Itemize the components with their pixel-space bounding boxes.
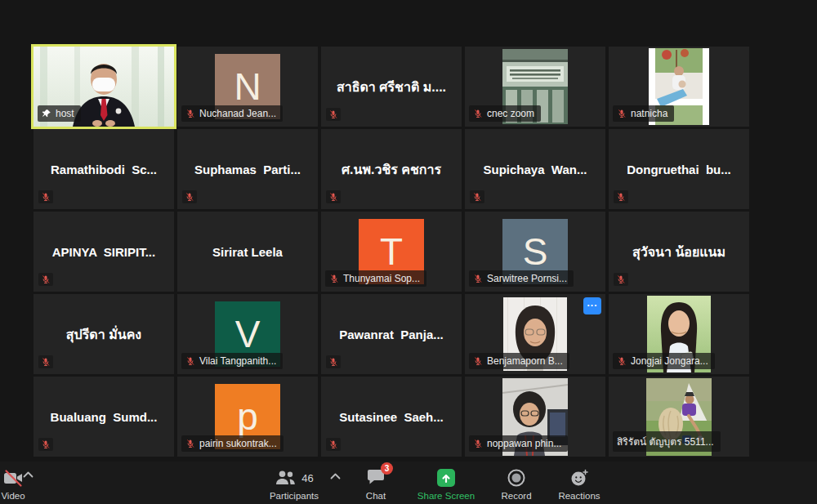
video-tile[interactable]: Supichaya Wan... [465,129,605,209]
video-tile[interactable]: N Nuchanad Jean... [177,47,318,127]
mute-indicator [614,190,628,203]
video-button-label: Video [1,491,25,502]
share-screen-button-label: Share Screen [417,491,475,502]
reactions-icon [569,468,589,488]
muted-mic-icon [329,274,339,283]
video-tile[interactable]: ... Benjamaporn B... [465,294,605,374]
video-tile[interactable]: สุปรีดา มั่นคง [33,294,174,374]
participant-nametag: cnec zoom [469,105,541,122]
participant-nametag: สิริรัตน์ ตัญบุตร 5511... [613,431,721,452]
participant-name: Suphamas Parti... [177,129,318,209]
participant-name: Dongruethai bu... [609,129,749,209]
chat-button[interactable]: 3 Chat [351,462,400,504]
participant-name: Sirirat Leela [177,212,318,292]
reactions-button[interactable]: Reactions [551,462,608,504]
reactions-button-label: Reactions [558,491,600,502]
muted-mic-icon [328,109,338,119]
participant-nametag: Jongjai Jongara... [613,353,715,369]
video-tile[interactable]: S Sarwitree Pornsi... [465,212,605,292]
chat-badge: 3 [381,462,393,475]
video-tile[interactable]: noppawan phin... [465,377,605,457]
gallery-grid: host N Nuchanad Jean... สาธิดา ศรีชาติ ม… [33,47,749,457]
avatar-letter: N [234,68,261,105]
participant-name: Vilai Tangpanith... [199,355,276,367]
participant-name: Nuchanad Jean... [199,108,276,119]
participant-nametag: Vilai Tangpanith... [181,353,283,369]
mute-indicator [326,108,341,121]
video-tile[interactable]: สาธิดา ศรีชาติ ม.... [321,47,462,127]
video-tile[interactable]: p pairin sukontrak... [177,377,318,457]
video-tile[interactable]: Jongjai Jongara... [609,294,749,374]
video-tile[interactable]: Suphamas Parti... [177,129,318,209]
muted-mic-icon [41,192,51,202]
muted-mic-icon [41,439,51,449]
video-options-chevron-up-icon[interactable] [23,471,33,478]
participant-name: ศ.นพ.วชิร คชการ [321,129,462,209]
video-tile[interactable]: T Thunyamai Sop... [321,212,462,292]
video-tile[interactable]: natnicha [609,47,749,127]
muted-mic-icon [41,357,51,367]
muted-mic-icon [328,357,338,367]
video-tile[interactable]: Pawanrat Panja... [321,294,462,374]
muted-mic-icon [616,274,626,284]
zoom-meeting-window: host N Nuchanad Jean... สาธิดา ศรีชาติ ม… [0,0,817,504]
video-tile[interactable]: cnec zoom [465,47,605,127]
video-tile[interactable]: สุวัจนา น้อยแนม [609,212,749,292]
muted-mic-icon [328,192,338,202]
muted-mic-icon [473,356,483,366]
video-tile[interactable]: Sirirat Leela [177,212,318,292]
avatar-letter: T [380,233,403,270]
participant-name: Sutasinee Saeh... [321,377,462,457]
record-button[interactable]: Record [492,462,541,504]
muted-mic-icon [473,109,483,118]
muted-mic-icon [616,192,626,202]
muted-mic-icon [185,109,195,118]
participants-chevron-up-icon[interactable] [330,473,341,479]
mute-indicator [182,190,197,203]
participant-nametag: Benjamaporn B... [469,353,569,369]
video-off-icon [2,468,24,488]
participants-button[interactable]: 46 Participants [245,462,343,504]
share-screen-button[interactable]: Share Screen [405,462,487,504]
video-button[interactable]: Video [0,462,38,504]
muted-mic-icon [41,274,51,284]
muted-mic-icon [617,356,627,366]
video-tile[interactable]: V Vilai Tangpanith... [177,294,318,374]
participants-count: 46 [301,472,313,484]
mute-indicator [38,355,53,368]
muted-mic-icon [328,439,338,449]
mute-indicator [326,355,341,368]
video-tile[interactable]: Bualuang Sumd... [33,377,174,457]
muted-mic-icon [473,439,483,448]
video-tile-host[interactable]: host [33,47,174,127]
participant-name: cnec zoom [487,108,534,119]
video-tile[interactable]: Dongruethai bu... [609,129,749,209]
share-screen-icon [436,468,456,488]
mute-indicator [326,438,341,451]
participant-name: Thunyamai Sop... [343,273,420,284]
record-button-label: Record [501,491,531,502]
video-tile[interactable]: Sutasinee Saeh... [321,377,462,457]
avatar-letter: p [237,398,258,435]
participant-name: สุปรีดา มั่นคง [33,294,174,374]
mute-indicator [38,273,53,286]
video-tile[interactable]: ศ.นพ.วชิร คชการ [321,129,462,209]
video-tile[interactable]: APINYA SIRIPIT... [33,212,174,292]
participants-icon [275,468,297,488]
participant-name: Pawanrat Panja... [321,294,462,374]
participant-name: Benjamaporn B... [487,355,563,367]
avatar-letter: S [523,233,548,270]
participant-name: สาธิดา ศรีชาติ ม.... [321,47,462,127]
participant-name: APINYA SIRIPIT... [33,212,174,292]
participant-name: Sarwitree Pornsi... [487,273,567,284]
video-tile[interactable]: Ramathibodi Sc... [33,129,174,209]
participant-name: natnicha [631,108,667,119]
muted-mic-icon [185,356,195,366]
video-tile[interactable]: สิริรัตน์ ตัญบุตร 5511... [609,377,749,457]
more-options-button[interactable]: ... [583,297,601,314]
participant-nametag: Thunyamai Sop... [325,270,426,287]
participant-name: สิริรัตน์ ตัญบุตร 5511... [617,434,714,449]
participant-name: Supichaya Wan... [465,129,605,209]
participants-button-label: Participants [270,491,319,502]
participant-nametag: natnicha [613,105,674,122]
